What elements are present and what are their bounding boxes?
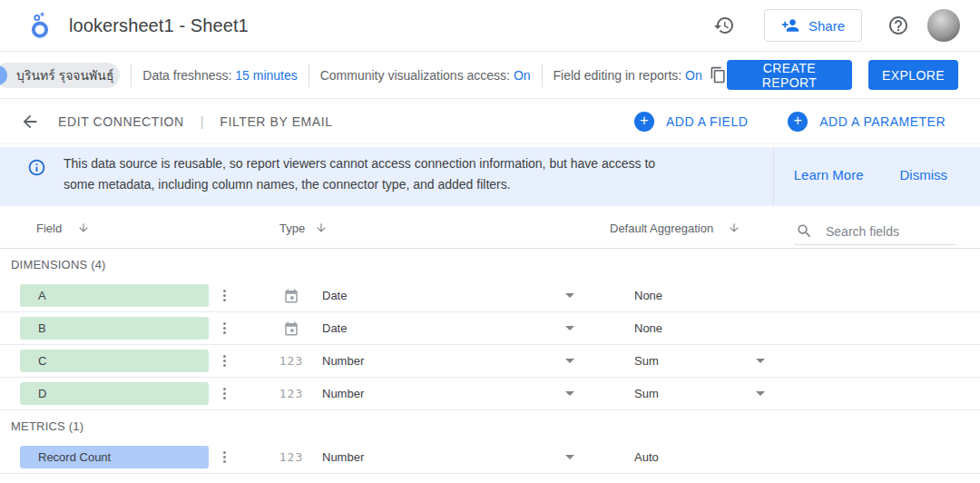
dismiss-button[interactable]: Dismiss [900,167,948,182]
field-menu-dots-icon[interactable] [220,351,229,370]
type-caret-down-icon[interactable] [565,391,574,396]
section-rows: A 123 Date None B 123 [0,280,980,410]
search-fields-input[interactable] [826,224,948,239]
add-field-label: ADD A FIELD [666,114,748,129]
create-report-button[interactable]: CREATE REPORT [727,60,852,90]
field-name-chip[interactable]: A [20,284,209,307]
field-list: DIMENSIONS (4) A 123 Date None B [0,249,980,474]
aggregation-caret-down-icon[interactable] [756,391,765,396]
field-name-chip[interactable]: C [20,350,209,372]
filter-by-email-link[interactable]: FILTER BY EMAIL [220,114,332,129]
field-row: B 123 Date None [0,312,980,345]
learn-more-link[interactable]: Learn More [794,167,864,182]
field-name-chip[interactable]: Record Count [20,446,209,468]
reusable-data-source-banner: This data source is reusable, so report … [0,147,980,206]
field-name-chip[interactable]: D [20,382,209,405]
explore-button[interactable]: EXPLORE [868,60,958,90]
owner-name: บุรินทร์ รุจจนพันธุ์ [16,65,113,85]
type-icon-cell: 123 [279,354,304,368]
field-name: Record Count [38,450,111,464]
owner-chip[interactable]: บุรินทร์ รุจจนพันธุ์ [0,63,120,88]
back-arrow-icon[interactable] [20,112,40,132]
field-editing-value[interactable]: On [685,68,702,83]
field-menu-dots-icon[interactable] [220,286,229,305]
aggregation-caret-down-icon[interactable] [756,359,765,363]
add-a-parameter-button[interactable]: + ADD A PARAMETER [788,112,946,132]
search-icon[interactable] [796,222,813,240]
field-menu-dots-icon[interactable] [220,448,229,467]
field-type[interactable]: Number [322,450,538,464]
type-caret-down-icon[interactable] [565,293,574,298]
field-row: D 123 Number Sum [0,378,980,410]
share-button[interactable]: Share [764,9,862,42]
field-type[interactable]: Date [322,321,538,335]
version-history-icon[interactable] [713,15,735,36]
column-header-aggregation[interactable]: Default Aggregation [610,222,713,235]
type-icon-cell: 123 [279,387,304,400]
add-a-field-button[interactable]: + ADD A FIELD [634,112,748,132]
field-table-header: Field Type Default Aggregation [0,206,980,249]
field-section: DIMENSIONS (4) A 123 Date None B [0,249,980,410]
calendar-icon [283,288,299,304]
banner-message: This data source is reusable, so report … [64,153,762,195]
info-icon [27,158,46,177]
user-avatar[interactable] [927,9,960,42]
community-viz-value[interactable]: On [514,68,531,83]
type-caret-down-icon[interactable] [565,455,574,459]
numeric-123-icon: 123 [279,450,303,464]
looker-studio-logo-icon[interactable] [27,12,53,39]
sort-down-icon[interactable] [77,222,90,234]
type-caret-down-icon[interactable] [565,326,574,330]
field-menu-dots-icon[interactable] [220,384,229,403]
header-actions: Share [713,9,960,42]
field-editing-stat[interactable]: Field editing in reports: On [554,68,702,83]
banner-actions: Learn More Dismiss [794,167,947,182]
field-name-chip[interactable]: B [20,317,209,340]
sort-down-icon[interactable] [728,222,740,234]
separator: | [201,114,204,129]
banner-line-1: This data source is reusable, so report … [64,153,762,174]
field-name: A [38,289,46,302]
field-type[interactable]: Number [322,354,538,368]
data-freshness-stat[interactable]: Data freshness: 15 minutes [142,68,297,83]
community-viz-stat[interactable]: Community visualizations access: On [320,68,531,83]
field-row: Record Count 123 Number Auto [0,441,980,474]
copy-icon[interactable] [710,66,727,84]
section-title: METRICS (1) [0,410,980,441]
community-viz-label: Community visualizations access: [320,68,510,83]
field-type[interactable]: Date [322,289,538,302]
column-header-field[interactable]: Field [36,222,62,235]
type-caret-down-icon[interactable] [565,359,574,363]
field-aggregation[interactable]: Sum [634,387,723,400]
app-header: lookersheet1 - Sheet1 Share [0,0,980,52]
type-icon-cell: 123 [279,288,304,304]
field-menu-dots-icon[interactable] [220,319,229,338]
divider [309,64,309,87]
divider [131,64,132,87]
field-aggregation[interactable]: Sum [634,354,723,368]
numeric-123-icon: 123 [279,387,303,400]
field-actions: + ADD A FIELD + ADD A PARAMETER [634,112,946,132]
field-editing-label: Field editing in reports: [554,68,682,83]
field-section: METRICS (1) Record Count 123 Number Auto [0,410,980,474]
column-header-type[interactable]: Type [279,222,305,235]
field-row: C 123 Number Sum [0,345,980,378]
help-icon[interactable] [887,15,909,36]
sort-down-icon[interactable] [315,222,328,234]
field-name: B [38,321,46,335]
data-freshness-value[interactable]: 15 minutes [235,68,297,83]
looker-studio-data-source-page: lookersheet1 - Sheet1 Share บุรินทร์ รุจ… [0,0,980,483]
field-aggregation[interactable]: Auto [634,450,723,464]
field-aggregation[interactable]: None [634,321,723,335]
banner-line-2: some metadata, including column names, t… [64,174,762,195]
owner-avatar [0,65,7,85]
field-type[interactable]: Number [322,387,538,400]
section-title: DIMENSIONS (4) [0,249,980,280]
share-label: Share [808,18,845,34]
edit-connection-link[interactable]: EDIT CONNECTION [58,114,184,129]
field-name: C [38,354,46,368]
data-freshness-label: Data freshness: [142,68,231,83]
search-fields-box [794,218,956,245]
divider [773,147,774,206]
field-aggregation[interactable]: None [634,289,723,302]
